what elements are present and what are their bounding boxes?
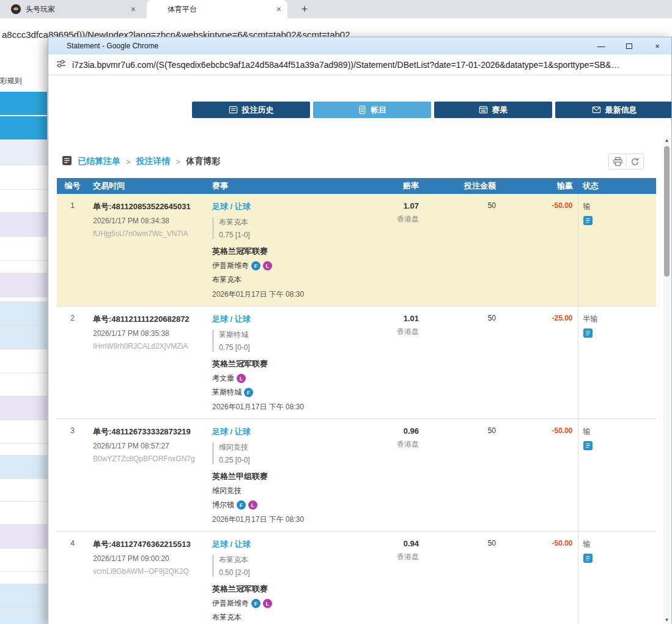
odds-type: 香港盘: [368, 552, 419, 562]
refresh-icon: [630, 157, 640, 166]
odds-value: 1.07: [368, 201, 419, 210]
header-odds: 赔率: [363, 178, 424, 194]
table-row: 3 单号:481126733332873219 2026/1/17 PM 08:…: [57, 419, 656, 532]
trade-time: 2026/1/17 PM 08:57:27: [93, 442, 202, 450]
popup-window-title: Statement - Google Chrome: [67, 42, 587, 50]
odds-type: 香港盘: [368, 214, 419, 225]
bet-slip-icon[interactable]: [583, 441, 593, 450]
background-browser-toolbar: a8ccc3dfca89695d))/NewIndex?lang=zhcn&we…: [0, 18, 672, 39]
bet-slip-icon[interactable]: [583, 554, 593, 563]
odds-value: 1.01: [368, 314, 419, 323]
nav-results-button[interactable]: 赛果: [434, 102, 552, 118]
background-sidebar-row: [0, 549, 47, 572]
pick-name: 布莱克本: [219, 555, 358, 565]
odds-type: 香港盘: [368, 327, 419, 337]
popup-titlebar[interactable]: Statement - Google Chrome — ×: [48, 37, 671, 54]
background-sidebar-row: [0, 479, 47, 502]
league-name: 英格兰冠军联赛: [212, 246, 358, 257]
background-sidebar-row: [0, 92, 47, 115]
background-sidebar-text: 彩规则: [0, 76, 22, 86]
window-controls: — ×: [587, 37, 671, 54]
nav-latest-info-button[interactable]: 最新信息: [555, 102, 671, 118]
scrollbar-thumb[interactable]: [664, 146, 670, 277]
status-text: 输: [583, 426, 652, 437]
teams: 伊普斯维奇FL布莱克本: [212, 261, 358, 285]
team-line: 布莱克本: [212, 275, 358, 285]
header-event: 赛事: [207, 178, 363, 194]
pick-block: 维冈竞技 0.25 [0-0]: [212, 442, 358, 464]
tab-close-icon[interactable]: ×: [276, 5, 281, 13]
background-sidebar-row: [0, 165, 47, 190]
breadcrumb-tools: [608, 154, 644, 169]
table-row: 2 单号:481121111220682872 2026/1/17 PM 08:…: [57, 306, 656, 419]
background-sidebar-row: [0, 213, 47, 237]
bet-type-link[interactable]: 足球 / 让球: [212, 540, 251, 549]
winloss-value: -50.00: [501, 419, 578, 532]
breadcrumb-separator: >: [126, 157, 131, 166]
teams: 维冈竞技博尔顿FL: [212, 486, 358, 510]
breadcrumb: 已结算注单 > 投注详情 > 体育博彩: [62, 154, 644, 169]
site-settings-icon[interactable]: [56, 58, 67, 71]
pick-name: 布莱克本: [219, 217, 358, 228]
background-sidebar-row: [0, 456, 47, 479]
ref-code: fUHjg5sU7n0wm7Wc_VN7IA: [93, 229, 202, 238]
bet-type-link[interactable]: 足球 / 让球: [212, 427, 251, 436]
maximize-button[interactable]: [615, 37, 643, 54]
tab-label: 头号玩家: [26, 4, 126, 15]
handicap: 0.25 [0-0]: [219, 456, 358, 464]
background-sidebar-row: [0, 139, 47, 165]
background-sidebar-row: [0, 261, 47, 273]
background-sidebar-rows: [0, 92, 47, 624]
status-text: 输: [583, 201, 652, 212]
breadcrumb-separator: >: [176, 157, 181, 166]
scroll-up-icon[interactable]: ▲: [663, 136, 670, 144]
statement-page: 投注历史 帐目 赛果 最新信息 已结算注单 > 投注详情 > 体育博彩: [48, 75, 671, 624]
minimize-button[interactable]: —: [587, 37, 615, 54]
popup-url-text[interactable]: i7z3ia.bpvmr7u6.com/(S(Tesqedix6ebcbc9af…: [72, 60, 619, 70]
team-name: 伊普斯维奇: [212, 261, 249, 271]
order-number: 单号:481127476362215513: [93, 539, 202, 550]
browser-tab-strip: 头号玩家 × 体育平台 × +: [0, 0, 672, 18]
nav-bet-history-button[interactable]: 投注历史: [192, 102, 310, 118]
bet-type-link[interactable]: 足球 / 让球: [212, 202, 251, 211]
order-number: 单号:481121111220682872: [93, 314, 202, 325]
team-name: 维冈竞技: [212, 486, 242, 496]
header-status: 状态: [578, 178, 656, 194]
order-number: 单号:481126733332873219: [93, 426, 202, 437]
team-line: 布莱克本: [212, 612, 358, 623]
print-button[interactable]: [609, 154, 626, 169]
background-sidebar-row: [0, 444, 47, 456]
close-button[interactable]: ×: [643, 37, 671, 54]
popup-url-bar[interactable]: i7z3ia.bpvmr7u6.com/(S(Tesqedix6ebcbc9af…: [48, 54, 671, 75]
scroll-down-icon[interactable]: ▼: [663, 616, 670, 624]
popup-scrollbar[interactable]: ▲ ▼: [663, 136, 670, 624]
table-header: 编号 交易时间 赛事 赔率 投注金额 输赢 状态: [57, 178, 656, 194]
breadcrumb-settled-bets[interactable]: 已结算注单: [78, 156, 120, 167]
breadcrumb-bet-details[interactable]: 投注详情: [136, 156, 171, 167]
new-tab-button[interactable]: +: [297, 2, 312, 17]
background-sidebar-row: [0, 525, 47, 549]
match-time: 2026年01月17日 下午 08:30: [212, 402, 358, 412]
row-number: 2: [57, 306, 88, 419]
bet-slip-icon[interactable]: [583, 329, 593, 338]
background-sidebar-row: [0, 572, 47, 584]
header-amount: 投注金额: [424, 178, 501, 194]
background-sidebar-row: [0, 584, 47, 607]
bet-type-link[interactable]: 足球 / 让球: [212, 314, 251, 324]
tab-close-icon[interactable]: ×: [131, 5, 136, 13]
bet-slip-icon[interactable]: [583, 216, 593, 225]
handicap: 0.75 [0-0]: [219, 343, 358, 352]
team-line: 维冈竞技: [212, 486, 358, 496]
browser-tab-active[interactable]: 体育平台 ×: [147, 0, 287, 18]
team-line: 莱斯特城F: [212, 387, 358, 398]
team-name: 伊普斯维奇: [212, 598, 249, 609]
team-line: 伊普斯维奇FL: [212, 598, 358, 609]
row-number: 3: [57, 419, 88, 532]
status-text: 半输: [583, 314, 652, 324]
team-name: 莱斯特城: [212, 387, 242, 398]
nav-accounts-button[interactable]: 帐目: [313, 102, 431, 118]
header-winloss: 输赢: [501, 178, 578, 194]
browser-tab-inactive[interactable]: 头号玩家 ×: [5, 0, 142, 18]
refresh-button[interactable]: [626, 154, 643, 169]
handicap: 0.75 [1-0]: [219, 231, 358, 239]
